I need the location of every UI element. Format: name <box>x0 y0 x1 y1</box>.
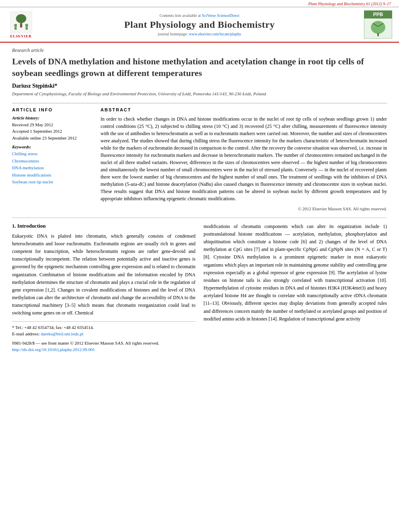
author-affiliation: Department of Cytophysiology, Faculty of… <box>12 91 387 97</box>
available-date: Available online 23 September 2012 <box>12 135 93 142</box>
footnote-area: * Tel.: +48 42 6354734; fax: +48 42 6354… <box>12 321 195 353</box>
keyword-1: Chilling stress <box>12 150 93 158</box>
abstract-heading: ABSTRACT <box>101 107 387 112</box>
article-history-label: Article history: <box>12 115 93 120</box>
article-info-column: ARTICLE INFO Article history: Received 2… <box>12 107 93 211</box>
homepage-url[interactable]: www.elsevier.com/locate/plaphy <box>189 32 241 36</box>
journal-title: Plant Physiology and Biochemistry <box>41 19 358 30</box>
copyright-line: © 2012 Elsevier Masson SAS. All rights r… <box>101 206 387 211</box>
doi-line: http://dx.doi.org/10.1016/j.plaphy.2012.… <box>12 346 195 353</box>
elsevier-logo: ELSEVIER <box>10 11 32 38</box>
keywords-label: Keywords: <box>12 144 93 149</box>
article-info-abstract-section: ARTICLE INFO Article history: Received 2… <box>12 103 387 211</box>
ppb-logo-container: PPB <box>362 10 394 39</box>
intro-paragraph-right: modifications of chromatin components wh… <box>204 223 387 323</box>
keywords-list: Chilling stress Chromocentres DNA methyl… <box>12 150 93 186</box>
journal-top-bar: Plant Physiology and Biochemistry 61 (20… <box>0 0 399 7</box>
keywords-section: Keywords: Chilling stress Chromocentres … <box>12 144 93 186</box>
introduction-left-col: 1. Introduction Eukaryotic DNA is plaite… <box>12 223 195 353</box>
accepted-date: Accepted 1 September 2012 <box>12 128 93 135</box>
main-content: Research article Levels of DNA methylati… <box>0 43 399 361</box>
elsevier-logo-container: ELSEVIER <box>5 11 37 38</box>
abstract-column: ABSTRACT In order to check whether chang… <box>101 107 387 211</box>
email-label: E-mail address: <box>12 331 40 336</box>
svg-rect-2 <box>20 23 22 27</box>
section-divider <box>12 218 387 218</box>
header-center: Contents lists available at SciVerse Sci… <box>41 13 358 36</box>
svg-rect-11 <box>377 33 379 36</box>
journal-homepage: journal homepage: www.elsevier.com/locat… <box>41 32 358 36</box>
sciverse-line: Contents lists available at SciVerse Sci… <box>41 13 358 18</box>
journal-citation: Plant Physiology and Biochemistry 61 (20… <box>308 2 391 6</box>
keyword-2: Chromocentres <box>12 158 93 165</box>
introduction-section: 1. Introduction Eukaryotic DNA is plaite… <box>12 223 387 353</box>
article-info-heading: ARTICLE INFO <box>12 107 93 112</box>
article-title: Levels of DNA methylation and histone me… <box>12 56 387 79</box>
svg-point-10 <box>371 21 385 34</box>
doi-link[interactable]: http://dx.doi.org/10.1016/j.plaphy.2012.… <box>12 347 95 352</box>
article-history-section: Article history: Received 29 May 2012 Ac… <box>12 115 93 142</box>
elsevier-wordmark: ELSEVIER <box>10 34 32 38</box>
introduction-right-col: modifications of chromatin components wh… <box>204 223 387 353</box>
intro-paragraph-left: Eukaryotic DNA is plaited into chromatin… <box>12 232 195 317</box>
keyword-4: Histone modifications <box>12 172 93 179</box>
svg-point-1 <box>16 14 26 23</box>
tel-fax-line: * Tel.: +48 42 6354734; fax: +48 42 6354… <box>12 324 195 331</box>
section-title: 1. Introduction <box>12 223 195 229</box>
abstract-text: In order to check whether changes in DNA… <box>101 115 387 202</box>
elsevier-tree-icon <box>10 11 32 33</box>
header-banner: ELSEVIER Contents lists available at Sci… <box>0 7 399 43</box>
svg-rect-5 <box>14 27 17 29</box>
svg-point-3 <box>14 24 17 27</box>
article-type-label: Research article <box>12 47 387 53</box>
keyword-5: Soybean root tip nuclei <box>12 179 93 186</box>
issn-line: 0981-9428/$ — see front matter © 2012 El… <box>12 340 195 347</box>
received-date: Received 29 May 2012 <box>12 121 93 128</box>
email-line: E-mail address: dareks@biol.uni.lodz.pl <box>12 331 195 337</box>
svg-point-4 <box>25 24 28 27</box>
email-link[interactable]: dareks@biol.uni.lodz.pl <box>41 331 83 336</box>
keyword-3: DNA methylation <box>12 164 93 172</box>
svg-rect-6 <box>25 27 28 29</box>
sciverse-link[interactable]: SciVerse ScienceDirect <box>202 13 240 18</box>
svg-text:PPB: PPB <box>373 12 383 17</box>
author-name: Dariusz Stępiński* <box>12 83 387 89</box>
ppb-journal-icon: PPB <box>364 10 392 39</box>
